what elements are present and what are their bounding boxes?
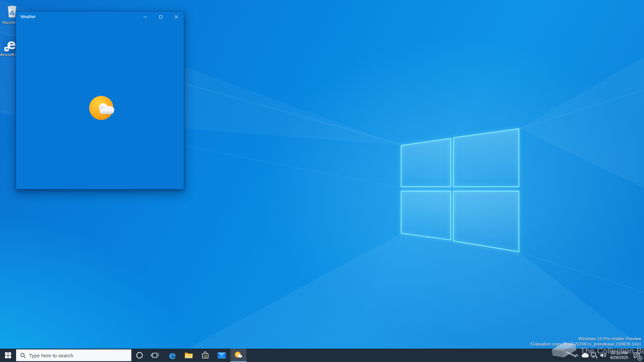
onedrive-icon: [581, 353, 589, 358]
tray-chevron-icon: [575, 354, 579, 357]
minimize-button[interactable]: [138, 11, 153, 22]
action-center-button[interactable]: 1: [631, 349, 643, 362]
edge-icon: e: [169, 350, 176, 361]
taskbar-empty-area: [247, 349, 573, 362]
weather-icon: [234, 351, 243, 359]
weather-sun-cloud-icon: [89, 95, 117, 121]
window-titlebar[interactable]: Weather: [16, 11, 184, 22]
search-input[interactable]: [29, 353, 131, 358]
close-icon: [174, 15, 178, 19]
taskbar-search-box[interactable]: [16, 349, 131, 361]
cortana-button[interactable]: [133, 349, 146, 362]
network-icon: [591, 352, 598, 358]
weather-window: Weather: [16, 11, 184, 189]
system-tray: 10:22 AM 8/29/2020 1: [573, 349, 644, 362]
start-icon: [5, 352, 11, 358]
taskbar-file-explorer-button[interactable]: [182, 349, 196, 362]
maximize-button[interactable]: [153, 11, 168, 22]
start-button[interactable]: [0, 349, 16, 362]
taskbar-edge-button[interactable]: e: [166, 349, 179, 362]
maximize-icon: [159, 15, 162, 18]
task-view-button[interactable]: [148, 349, 162, 362]
build-watermark-line2: Evaluation copy. Build 20206.rs_prerelea…: [531, 342, 641, 347]
close-button[interactable]: [168, 11, 184, 22]
tray-show-hidden-icons-button[interactable]: [573, 349, 580, 362]
search-icon: [20, 353, 26, 358]
tray-date: 8/29/2020: [608, 355, 631, 360]
cortana-icon: [136, 352, 143, 359]
notification-badge: 1: [637, 356, 642, 361]
taskbar-mail-button[interactable]: [215, 349, 228, 362]
taskbar-store-button[interactable]: [199, 349, 212, 362]
task-view-icon: [151, 352, 159, 359]
build-watermark: Windows 10 Pro Insider Preview Evaluatio…: [531, 336, 641, 347]
window-title: Weather: [16, 14, 36, 19]
tray-clock[interactable]: 10:22 AM 8/29/2020: [608, 351, 631, 360]
build-watermark-line1: Windows 10 Pro Insider Preview: [531, 336, 641, 342]
tray-onedrive-button[interactable]: [580, 349, 590, 362]
mail-icon: [217, 352, 226, 359]
file-explorer-icon: [184, 352, 193, 359]
volume-icon: [600, 353, 607, 358]
screen: Recycle Bin e Microsoft Edge Weather: [0, 0, 644, 362]
taskbar-weather-button[interactable]: [230, 349, 247, 362]
tray-network-button[interactable]: [590, 349, 599, 362]
shortcut-arrow-icon: [4, 47, 9, 51]
taskbar: e: [0, 349, 644, 362]
tray-volume-button[interactable]: [599, 349, 608, 362]
tray-time: 10:22 AM: [608, 351, 631, 355]
store-icon: [201, 351, 209, 359]
minimize-icon: [144, 17, 147, 17]
